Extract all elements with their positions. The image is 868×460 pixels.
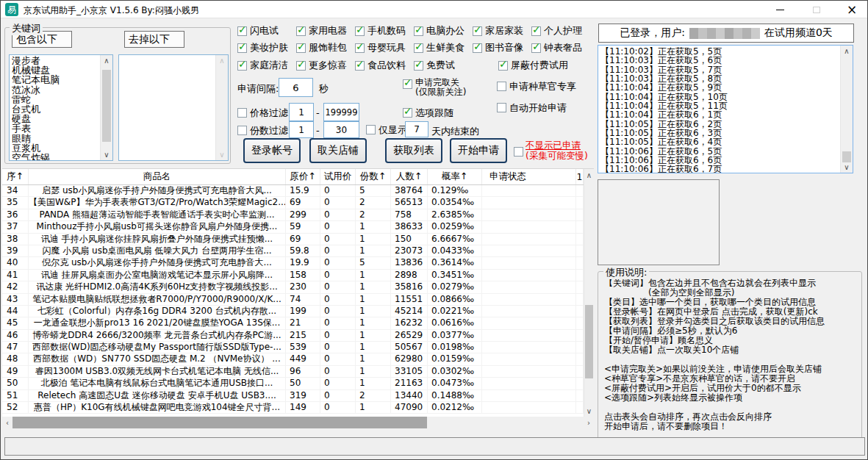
include-list-scrollbar[interactable]: ∧ ∨: [100, 55, 112, 160]
column-header-qty[interactable]: 份数↑: [356, 169, 391, 184]
table-row[interactable]: 42讯达康 光纤HDMI2.0高清4K系列60Hz支持数字视频线投影...230…: [2, 281, 594, 293]
start-apply-button[interactable]: 开始申请: [450, 138, 507, 163]
table-row[interactable]: 47西部数据(WD)固态移动硬盘My Passport随行版SSD版Type-.…: [2, 342, 594, 353]
category-option[interactable]: ✓屏蔽付费试用: [498, 60, 568, 71]
scrollbar-thumb[interactable]: [585, 305, 593, 378]
category-option[interactable]: ✓家居家装: [473, 25, 531, 37]
column-header-product[interactable]: 商品名: [29, 169, 286, 184]
table-horizontal-scrollbar[interactable]: ‹ ›: [2, 417, 594, 428]
column-header-extra[interactable]: 1: [576, 169, 584, 184]
category-option[interactable]: ✓服饰鞋包: [296, 42, 355, 54]
table-row[interactable]: 46博帝蟒龙DDR4 2666/3200频率 龙元普条台式机内存条PC游...2…: [2, 330, 594, 342]
window-title: 京东试用助手_小京京 V1.5.6 By:闷骚小贱男: [24, 4, 199, 17]
auto-start-checkbox[interactable]: 自动开始申请: [497, 103, 567, 113]
hide-applied-checkbox[interactable]: [514, 147, 523, 157]
keyword-item[interactable]: 笔记本电脑: [12, 75, 112, 85]
scroll-left-icon[interactable]: ‹: [2, 417, 12, 428]
scroll-down-icon[interactable]: ∨: [841, 162, 853, 173]
column-header-index[interactable]: 序↑: [2, 169, 29, 184]
log-scrollbar[interactable]: ∧ ∨: [840, 46, 853, 173]
col-rate-cell: 0.0212‰: [428, 402, 482, 413]
keyword-item[interactable]: 手表: [12, 123, 112, 133]
category-option[interactable]: ✓闪电试: [237, 25, 296, 37]
table-row[interactable]: 52惠普（HP）K10G有线机械键盘网吧电竞游戏104键全尺寸背...14901…: [2, 402, 594, 414]
category-option[interactable]: ✓家用电器: [296, 25, 355, 37]
table-row[interactable]: 43笔记本贴膜电脑贴纸联想拯救者R7000/P/Y7000/R9000/X/K.…: [2, 294, 594, 306]
maximize-button[interactable]: [800, 1, 833, 18]
scroll-up-icon[interactable]: ∧: [101, 55, 112, 66]
scrollbar-thumb[interactable]: [102, 70, 111, 142]
scrollbar-thumb[interactable]: [842, 151, 851, 162]
only-show-days-input[interactable]: [405, 121, 428, 137]
table-row[interactable]: 51Reletech 高速固态U盘 迷你移动硬盘 安卓手机U盘 USB3....…: [2, 390, 594, 402]
table-row[interactable]: 39闪魔 小风扇 usb桌面电风扇 低噪大风力 台壁两用学生宿...59.801…: [2, 245, 594, 257]
login-account-button[interactable]: 登录帐号: [243, 138, 301, 163]
table-row[interactable]: 40倪尔克 usb小风扇迷你手持户外随身便携式可充电静音大...19.90513…: [2, 257, 594, 269]
scroll-right-icon[interactable]: ›: [584, 417, 594, 428]
price-filter-checkbox[interactable]: 价格过滤: [237, 108, 288, 118]
category-option[interactable]: ✓母婴玩具: [355, 42, 414, 54]
include-keywords-list[interactable]: 漫步者机械键盘笔记本电脑范冰冰雷蛇台式机硬盘手表眼睛豆浆机空气炸锅风扇 ∧ ∨: [9, 54, 113, 161]
category-option[interactable]: ✓个人护理: [531, 25, 590, 37]
qty-max-input[interactable]: [323, 121, 359, 138]
table-row[interactable]: 36PANDA 熊猫超薄运动智能手表智能通话手表实时心率监测...2990275…: [2, 209, 594, 221]
scroll-up-icon[interactable]: ∧: [841, 46, 853, 57]
unfollow-after-checkbox[interactable]: ✓ 申请完取关 (仅限新关注): [403, 79, 466, 97]
category-option[interactable]: ✓电脑办公: [414, 25, 473, 37]
exclude-keywords-list[interactable]: ∧ ∨: [118, 54, 229, 161]
scroll-down-icon[interactable]: ∨: [101, 149, 112, 160]
category-option[interactable]: ✓免费试: [414, 60, 473, 71]
exclude-list-scrollbar[interactable]: ∧ ∨: [215, 55, 228, 160]
minimize-button[interactable]: [764, 1, 796, 18]
column-header-trial-price[interactable]: 试用价: [320, 169, 356, 184]
interval-input[interactable]: [279, 78, 313, 97]
category-option[interactable]: ✓生鲜美食: [414, 42, 473, 54]
table-row[interactable]: 35【美国W&P】华为手表表带GT3/GT2/Pro/Watch3荣耀Magic…: [2, 197, 594, 209]
follow-option-checkbox[interactable]: ✓ 选项跟随: [403, 108, 453, 118]
col-rate-cell: 0.0159‰: [428, 353, 482, 364]
keywords-group-label: 关键词: [10, 22, 43, 35]
qty-filter-checkbox[interactable]: 份数过滤: [237, 126, 288, 136]
unfollow-shops-button[interactable]: 取关店铺: [309, 138, 367, 163]
price-max-input[interactable]: [323, 103, 359, 121]
category-option[interactable]: ✓家庭清洁: [237, 60, 296, 71]
col-extra-cell: [576, 306, 584, 317]
table-row[interactable]: 48西部数据（WD）SN770 SSD固态硬盘 M.2 （NVMe协议） ...…: [2, 353, 594, 365]
table-row[interactable]: 50北极泊 笔记本电脑有线鼠标台式电脑笔记本通用USB接口...50012116…: [2, 378, 594, 389]
category-option[interactable]: ✓图书音像: [473, 42, 531, 54]
column-header-rate[interactable]: 概率↑: [428, 169, 482, 184]
table-row[interactable]: 34启瑟 usb小风扇迷你手持户外随身便携式可充电静音大风...15.90538…: [2, 185, 594, 197]
seeding-official-checkbox[interactable]: 申请种草官专享: [497, 82, 576, 92]
keyword-item[interactable]: 眼睛: [12, 134, 112, 143]
table-row[interactable]: 49睿因1300M USB3.0双频无线网卡台式机笔记本电脑 无线信...960…: [2, 366, 594, 378]
scroll-down-icon[interactable]: ∨: [584, 405, 594, 417]
category-option[interactable]: ✓食品饮料: [355, 60, 414, 71]
table-row[interactable]: 44七彩虹（Colorful）内存条16g DDR4 3200 台式机内存散..…: [2, 306, 594, 317]
col-product-cell: Minthouz手持小风扇usb可摇头迷你静音风扇户外随身便携...: [29, 221, 286, 232]
column-header-status[interactable]: 申请状态: [482, 169, 576, 184]
exclude-keywords-button[interactable]: 去掉以下: [124, 31, 184, 48]
qty-min-input[interactable]: [289, 121, 314, 138]
column-header-price[interactable]: 原价↑: [286, 169, 320, 184]
category-option[interactable]: ✓手机数码: [355, 25, 414, 37]
table-row[interactable]: 45一龙通金联想小新pro13 16 2021/20键盘膜垫YOGA 13S保.…: [2, 317, 594, 329]
column-header-people[interactable]: 人数↑: [391, 169, 428, 184]
col-rate-cell: 0.3614‰: [428, 257, 482, 268]
category-option[interactable]: ✓更多惊喜: [296, 60, 355, 71]
table-row[interactable]: 38讯迪 手持小风扇迷你挂脖风扇折叠户外随身便携式挂预懒...69011506.…: [2, 234, 594, 245]
fetch-list-button[interactable]: 获取列表: [385, 138, 442, 163]
log-output[interactable]: 【11:10:02】正在获取5，5页【11:10:03】正在获取5，6页【11:…: [598, 45, 853, 173]
keyword-item[interactable]: 空气炸锅: [12, 153, 112, 161]
scroll-up-icon[interactable]: ∧: [584, 169, 594, 181]
price-min-input[interactable]: [289, 103, 314, 121]
category-option[interactable]: ✓钟表奢品: [531, 42, 590, 54]
scrollbar-thumb[interactable]: [12, 417, 427, 428]
table-row[interactable]: 37Minthouz手持小风扇usb可摇头迷你静音风扇户外随身便携...5901…: [2, 221, 594, 233]
close-button[interactable]: ×: [836, 1, 868, 18]
table-vertical-scrollbar[interactable]: ∧ ∨: [584, 169, 594, 417]
col-status-cell: [482, 342, 576, 353]
only-show-checkbox[interactable]: 仅显示: [366, 125, 407, 135]
category-option[interactable]: ✓美妆护肤: [237, 42, 296, 54]
table-row[interactable]: 41讯迪 挂屏风扇桌面办公室电脑游戏笔记本显示屏小风扇降...158012898…: [2, 270, 594, 281]
keyword-item[interactable]: 范冰冰: [12, 85, 112, 95]
